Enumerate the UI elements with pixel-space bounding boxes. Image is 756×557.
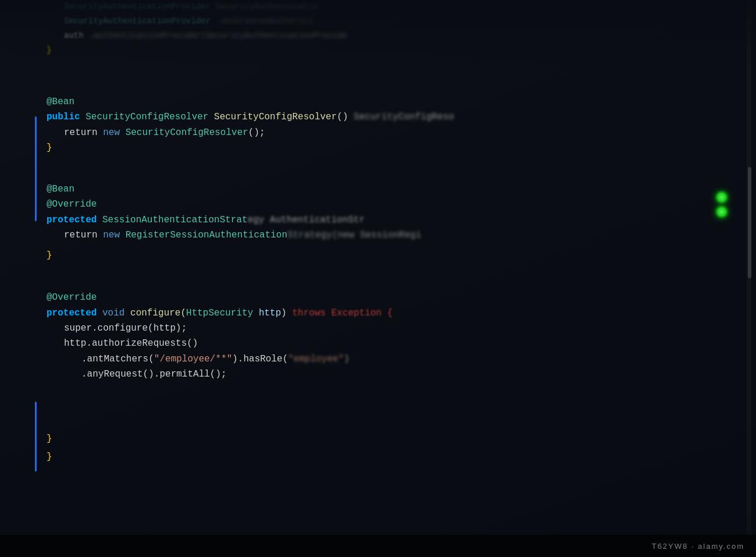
code-token-new: new bbox=[103, 127, 125, 138]
code-token-bean2: @Bean bbox=[47, 184, 74, 194]
code-token-path-string: "/employee/**" bbox=[154, 354, 232, 364]
code-token: } bbox=[47, 45, 51, 55]
code-token-public: public bbox=[47, 112, 85, 122]
code-token-paren: () bbox=[337, 112, 348, 122]
code-line-super-configure: super.configure(http); bbox=[47, 321, 454, 336]
code-token-return2: return bbox=[64, 230, 103, 240]
code-token-new2: new bbox=[103, 230, 125, 240]
code-line-bean1-return: return new SecurityConfigResolver(); bbox=[47, 125, 454, 140]
code-token: SecurityAuthenticatio­ bbox=[215, 2, 318, 11]
code-token-http-param: http bbox=[259, 308, 281, 318]
code-token-super: super bbox=[64, 323, 92, 334]
code-line-protected-configure: protected void configure(HttpSecurity ht… bbox=[47, 306, 454, 321]
code-spacer4 bbox=[47, 416, 454, 431]
code-token-bracket4: } bbox=[47, 452, 52, 462]
code-spacer2 bbox=[47, 275, 454, 290]
accent-bar-left bbox=[35, 116, 37, 221]
code-line-ant-matchers: .antMatchers("/employee/**").hasRole("em… bbox=[47, 352, 454, 367]
code-line: } bbox=[47, 44, 347, 57]
code-token-session-class: SessionAuthenticationStrat bbox=[102, 215, 248, 225]
code-token-role-string: "employee" bbox=[288, 354, 344, 364]
code-token-protected1: protected bbox=[47, 215, 102, 225]
green-dot-1 bbox=[716, 192, 727, 203]
code-token-blurred: SecurityConfigReso­ bbox=[348, 112, 454, 122]
alamy-watermark: T62YW8 · alamy.com bbox=[652, 542, 744, 551]
code-spacer bbox=[47, 166, 454, 182]
code-indent: SecurityAuthenticationProvider .setGrant… bbox=[47, 16, 313, 26]
scrollbar[interactable] bbox=[747, 0, 751, 557]
code-token-throws: throws Exception { bbox=[292, 308, 393, 318]
code-token-super-call: .configure(http); bbox=[92, 323, 187, 334]
code-token-bracket3: } bbox=[47, 434, 52, 444]
code-line-return-register: return new RegisterSessionAuthentication… bbox=[47, 228, 454, 243]
code-token-blurred-register: Strat­egy(new SessionRegi­ bbox=[287, 230, 421, 240]
code-line-override1-annotation: @Override bbox=[47, 197, 454, 212]
code-token-class: SecurityConfigResolver bbox=[85, 112, 214, 122]
scrollbar-thumb[interactable] bbox=[748, 167, 751, 278]
code-line-bean2-annotation: @Bean bbox=[47, 182, 454, 197]
code-line-close1: } bbox=[47, 431, 454, 446]
code-token: SecurityAuthenticationProvider bbox=[64, 2, 211, 11]
code-line-protected-session: protected SessionAuthenticationStrategy … bbox=[47, 212, 454, 228]
code-line: SecurityAuthenticationProvider SecurityA… bbox=[47, 0, 347, 13]
code-token-has-role: ).hasRole( bbox=[232, 354, 288, 364]
code-token-semicolon: (); bbox=[248, 127, 265, 138]
code-line-close2: } bbox=[47, 449, 454, 464]
code-token-method: SecurityConfigResolver bbox=[214, 112, 337, 122]
code-token-class-ref: SecurityConfigResolver bbox=[126, 127, 248, 138]
code-token-any-request: .anyRequest().permitAll(); bbox=[81, 369, 227, 379]
green-dot-2 bbox=[716, 207, 727, 217]
code-line-bean1-method: public SecurityConfigResolver SecurityCo… bbox=[47, 109, 454, 125]
code-token-ant: .antMatchers( bbox=[81, 354, 154, 364]
code-spacer3 bbox=[47, 392, 454, 407]
code-token-close-paren: ) bbox=[344, 354, 350, 364]
code-token-http: http bbox=[64, 338, 86, 349]
code-top-section: SecurityAuthenticationProvider SecurityA… bbox=[47, 0, 347, 57]
code-token-bracket2: } bbox=[47, 250, 52, 261]
alamy-bar: T62YW8 · alamy.com bbox=[0, 535, 756, 557]
code-token-register-class: RegisterSessionAuthentication bbox=[126, 230, 287, 240]
code-token-protected2: protected bbox=[47, 308, 102, 318]
code-token: SecurityAuthenticationProvider bbox=[64, 16, 211, 26]
code-token-bracket: } bbox=[47, 143, 52, 153]
code-line-any-request: .anyRequest().permitAll(); bbox=[47, 367, 454, 382]
code-token-authorize-requests: .authorizeRequests() bbox=[86, 338, 198, 349]
code-line-http-authorize: http.authorizeRequests() bbox=[47, 336, 454, 351]
code-token-blurred-session: egy AuthenticationStr­ bbox=[248, 215, 365, 225]
code-line-override2-annotation: @Override bbox=[47, 290, 454, 305]
code-token-void: void bbox=[102, 308, 130, 318]
code-indent: auth .authenticationProvider(SecurityAut… bbox=[47, 31, 347, 40]
code-token-httpsecurity: HttpSecurity bbox=[186, 308, 259, 318]
code-line: SecurityAuthenticationProvider .setGrant… bbox=[47, 15, 347, 28]
code-token-paren2: ) bbox=[281, 308, 292, 318]
code-token: .authenticationProvider(SecurityAuthenti… bbox=[88, 31, 347, 40]
code-token-override1: @Override bbox=[47, 199, 97, 210]
code-token-configure: configure( bbox=[130, 308, 186, 318]
code-token-return: return bbox=[64, 127, 103, 138]
code-main-section: @Bean public SecurityConfigResolver Secu… bbox=[47, 81, 454, 464]
code-editor: SecurityAuthenticationProvider SecurityA… bbox=[0, 0, 756, 557]
code-token: auth bbox=[64, 31, 84, 40]
accent-bar-left-2 bbox=[35, 402, 37, 471]
code-token-override2: @Override bbox=[47, 292, 97, 303]
code-token: .setGrantedAuthoriti­ bbox=[215, 16, 313, 26]
code-indent: SecurityAuthenticationProvider SecurityA… bbox=[47, 2, 318, 11]
code-line: auth .authenticationProvider(SecurityAut… bbox=[47, 29, 347, 42]
code-token-bean-annotation: @Bean bbox=[47, 97, 74, 107]
code-line-bean2-close: } bbox=[47, 248, 454, 263]
code-line-bean1-annotation: @Bean bbox=[47, 94, 454, 109]
code-line-bean1-close: } bbox=[47, 140, 454, 155]
